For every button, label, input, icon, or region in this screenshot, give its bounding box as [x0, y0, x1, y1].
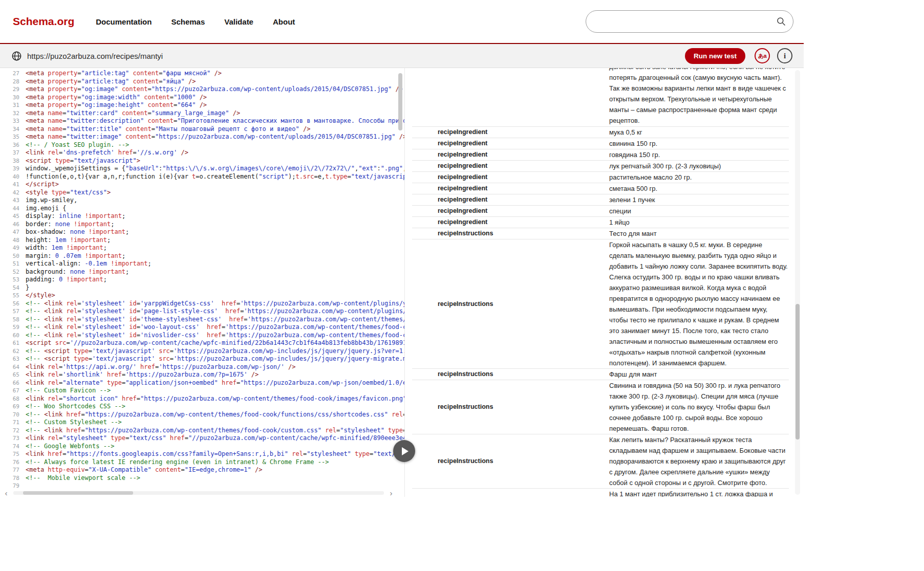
line-number: 52	[0, 268, 19, 276]
table-row[interactable]: recipeIngredientговядина 150 гр.	[412, 149, 789, 161]
table-row[interactable]: recipeInstructionsСвинина и говядина (50…	[412, 380, 789, 434]
line-number: 32	[0, 109, 19, 118]
table-row[interactable]: recipeInstructionsТесто для мант	[412, 228, 789, 239]
code-line: 63<!-- <script type='text/javascript' sr…	[0, 355, 404, 363]
line-number: 53	[0, 276, 19, 284]
scrollbar-thumb[interactable]	[23, 491, 133, 495]
code-text: window._wpemojiSettings = {"baseUrl":"ht…	[26, 165, 405, 173]
scroll-left-icon[interactable]: ‹	[0, 490, 12, 496]
code-line: 53padding: 0 !important;	[0, 276, 404, 284]
property-value: должны быть запечатаны герметично, если …	[609, 68, 789, 126]
table-row[interactable]: recipeIngredientсвинина 150 гр.	[412, 138, 789, 149]
line-number: 34	[0, 125, 19, 134]
code-text: <link href="https://fonts.googleapis.com…	[26, 450, 405, 458]
code-line: 65<link rel='shortlink' href='https://pu…	[0, 371, 404, 379]
table-row[interactable]: recipeInstructionsГоркой насыпать в чашк…	[412, 239, 789, 369]
language-toggle-icon[interactable]: あa	[755, 48, 770, 63]
scroll-right-icon[interactable]: ›	[385, 490, 397, 496]
source-code-view[interactable]: 27<meta property="article:tag" content="…	[0, 70, 404, 490]
results-scrollbar-thumb[interactable]	[796, 304, 800, 440]
site-logo[interactable]: Schema.org	[13, 15, 74, 28]
line-number: 57	[0, 308, 19, 316]
code-line: 27<meta property="article:tag" content="…	[0, 70, 404, 78]
line-number: 65	[0, 371, 19, 379]
code-line: 38<script type="text/javascript">	[0, 157, 404, 165]
code-text: <script src='//puzo2arbuza.com/wp-conten…	[26, 339, 405, 347]
line-number: 35	[0, 133, 19, 141]
code-text: box-shadow: none !important;	[26, 228, 129, 236]
code-line: 55</style>	[0, 292, 404, 300]
table-row[interactable]: recipeInstructionsКак лепить манты? Раск…	[412, 434, 789, 489]
code-vertical-scrollbar[interactable]	[398, 73, 402, 130]
code-text: <!-- Always force latest IE rendering en…	[26, 458, 329, 467]
property-name: recipeInstructions	[412, 402, 609, 412]
property-name: recipeInstructions	[412, 456, 609, 467]
code-line: 33<meta name="twitter:description" conte…	[0, 117, 404, 125]
code-text: <link rel='dns-prefetch' href='//s.w.org…	[26, 149, 188, 157]
property-value: лук репчатый 300 гр. (2-3 луковицы)	[609, 161, 789, 171]
code-text: display: inline !important;	[26, 212, 125, 221]
table-row[interactable]: recipeIngredientспеции	[412, 206, 789, 217]
results-scrollbar[interactable]	[795, 70, 800, 495]
code-line: 77<meta http-equiv="X-UA-Compatible" con…	[0, 466, 404, 474]
property-value: 1 яйцо	[609, 217, 789, 228]
line-number: 40	[0, 173, 19, 181]
code-text: <meta property="article:tag" content="яй…	[26, 78, 196, 86]
tested-url: https://puzo2arbuza.com/recipes/mantyi	[27, 52, 163, 60]
line-number: 45	[0, 212, 19, 221]
property-name: recipeIngredient	[412, 194, 609, 205]
info-icon[interactable]: i	[777, 48, 792, 63]
code-line: 78<!-- Mobile viewport scale -->	[0, 474, 404, 482]
code-line: 70<!-- <link href="https://puzo2arbuza.c…	[0, 411, 404, 419]
line-number: 30	[0, 94, 19, 102]
code-text: <!-- Custom Stylesheet -->	[26, 419, 122, 427]
line-number: 33	[0, 117, 19, 125]
table-row[interactable]: recipeIngredientрастительное масло 20 гр…	[412, 172, 789, 183]
code-text: }	[26, 284, 29, 292]
property-value: растительное масло 20 гр.	[609, 172, 789, 183]
table-row[interactable]: recipeIngredientзелени 1 пучек	[412, 194, 789, 206]
code-line: 52background: none !important;	[0, 268, 404, 276]
table-row[interactable]: recipeIngredient1 яйцо	[412, 217, 789, 228]
code-line: 69<!-- Woo Shortcodes CSS -->	[0, 403, 404, 411]
table-row[interactable]: recipeIngredientмука 0,5 кг	[412, 127, 789, 138]
property-value: свинина 150 гр.	[609, 138, 789, 149]
search-input[interactable]	[595, 17, 776, 27]
nav-item-schemas[interactable]: Schemas	[171, 17, 205, 26]
table-row[interactable]: recipeIngredientлук репчатый 300 гр. (2-…	[412, 161, 789, 172]
nav-item-about[interactable]: About	[273, 17, 295, 26]
code-text: height: 1em !important;	[26, 236, 111, 245]
globe-icon	[11, 51, 22, 61]
code-line: 66<link rel="alternate" type="applicatio…	[0, 379, 404, 387]
nav-item-validate[interactable]: Validate	[224, 17, 253, 26]
code-line: 36<!-- / Yoast SEO plugin. -->	[0, 141, 404, 149]
property-value: Фарш для мант	[609, 369, 789, 380]
nav-item-documentation[interactable]: Documentation	[96, 17, 152, 26]
line-number: 67	[0, 387, 19, 395]
run-new-test-button[interactable]: Run new test	[685, 48, 745, 64]
code-text: <link rel="shortcut icon" href="https://…	[26, 395, 405, 403]
code-horizontal-scrollbar[interactable]: ‹ ›	[0, 489, 397, 497]
table-row[interactable]: recipeInstructionsНа 1 мант идет приблиз…	[412, 489, 789, 497]
table-row[interactable]: recipeInstructionsФарш для мант	[412, 369, 789, 380]
search-icon[interactable]	[776, 16, 786, 27]
run-test-fab-play-icon[interactable]	[393, 440, 415, 462]
code-line: 64<link rel='https://api.w.org/' href='h…	[0, 363, 404, 371]
source-code-panel[interactable]: 27<meta property="article:tag" content="…	[0, 68, 405, 497]
line-number: 76	[0, 458, 19, 467]
code-line: 46border: none !important;	[0, 221, 404, 229]
property-name: recipeIngredient	[412, 149, 609, 160]
code-text: vertical-align: -0.1em !important;	[26, 260, 152, 268]
code-line: 59<!-- <link rel='stylesheet' id='woo-la…	[0, 323, 404, 332]
table-row[interactable]: recipeIngredientсметана 500 гр.	[412, 183, 789, 194]
property-name: recipeIngredient	[412, 172, 609, 183]
code-line: 47box-shadow: none !important;	[0, 228, 404, 236]
structured-data-panel[interactable]: должны быть запечатаны герметично, если …	[405, 68, 804, 497]
code-text: <meta property="article:tag" content="фа…	[26, 70, 222, 78]
code-text: <meta property="og:image" content="https…	[26, 85, 403, 94]
code-text: width: 1em !important;	[26, 244, 107, 252]
property-name: recipeInstructions	[412, 228, 609, 239]
search-box[interactable]	[586, 10, 793, 33]
code-text: </style>	[26, 292, 55, 300]
code-line: 58<!-- <link rel='stylesheet' id='theme-…	[0, 316, 404, 324]
